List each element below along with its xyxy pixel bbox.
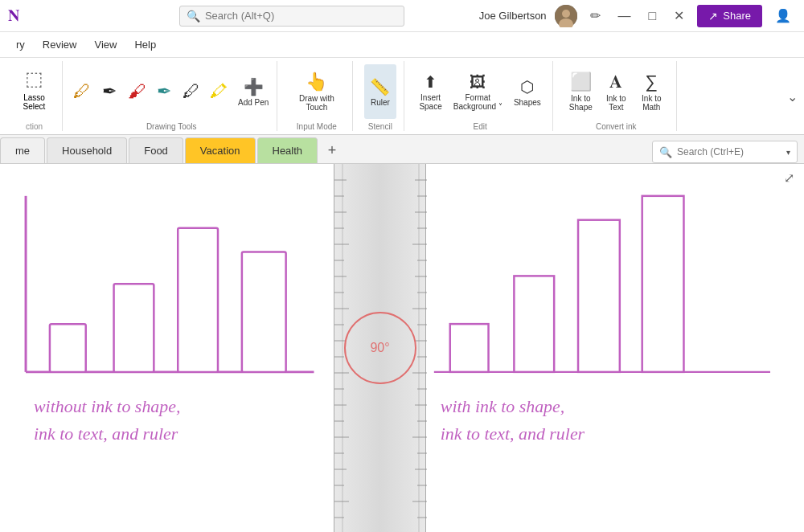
- ribbon-section-stencil: 📏 Ruler Stencil: [356, 61, 404, 131]
- ink-to-shape-label: Ink toShape: [569, 94, 593, 112]
- svg-rect-15: [642, 196, 684, 372]
- tab-vacation[interactable]: Vacation: [185, 137, 256, 163]
- tab-vacation-label: Vacation: [200, 145, 240, 157]
- titlebar-left: 𝐍: [8, 6, 105, 25]
- touch-icon: 👆: [306, 72, 327, 92]
- search-dropdown-icon[interactable]: ▾: [786, 148, 790, 157]
- stencil-tools: 📏 Ruler: [364, 61, 396, 122]
- lasso-icon: ⬚: [25, 68, 43, 90]
- tab-home[interactable]: me: [0, 137, 45, 163]
- svg-rect-13: [514, 276, 554, 371]
- ink-to-text-icon: 𝐀: [609, 72, 622, 92]
- ruler-angle-indicator[interactable]: 90°: [344, 312, 416, 384]
- ink-to-math-label: Ink toMath: [642, 94, 661, 112]
- titlebar-right: Joe Gilbertson ✏ — □ ✕ ↗ Share 👤: [479, 5, 796, 27]
- ruler-icon: 📏: [370, 77, 390, 96]
- add-pen-button[interactable]: ➕ Add Pen: [233, 68, 273, 116]
- convert-ink-label: Convert ink: [596, 122, 637, 131]
- shapes-label: Shapes: [514, 98, 541, 107]
- pen-button-2[interactable]: ✒: [96, 80, 122, 104]
- tab-health[interactable]: Health: [257, 137, 318, 163]
- share-button[interactable]: ↗ Share: [697, 5, 762, 27]
- svg-text:ink to text, and ruler: ink to text, and ruler: [34, 424, 178, 444]
- svg-rect-8: [242, 252, 286, 372]
- search-input[interactable]: [205, 10, 350, 22]
- lasso-select-button[interactable]: ⬚ LassoSelect: [17, 61, 52, 117]
- add-icon: ➕: [244, 77, 264, 96]
- ruler[interactable]: 90°: [334, 164, 426, 532]
- minimize-button[interactable]: —: [613, 6, 636, 27]
- draw-touch-label: Draw withTouch: [299, 94, 334, 112]
- edit-label: Edit: [473, 122, 486, 131]
- menubar: ry Review View Help: [0, 32, 804, 58]
- ink-to-shape-icon: ⬜: [570, 72, 592, 92]
- tab-search[interactable]: 🔍 ▾: [652, 141, 798, 163]
- ink-to-shape-button[interactable]: ⬜ Ink toShape: [564, 68, 597, 116]
- main-content: without ink to shape, ink to text, and r…: [0, 164, 804, 532]
- pen-button-3[interactable]: 🖌: [124, 80, 150, 104]
- search-box[interactable]: 🔍: [179, 6, 404, 27]
- ribbon-section-input: 👆 Draw withTouch Input Mode: [281, 61, 353, 131]
- tab-search-icon: 🔍: [659, 146, 672, 158]
- shapes-button[interactable]: ⬡ Shapes: [509, 64, 546, 119]
- svg-rect-7: [178, 228, 218, 372]
- svg-text:ink to text, and ruler: ink to text, and ruler: [441, 424, 585, 444]
- input-mode-label: Input Mode: [297, 122, 337, 131]
- ribbon-section-convert: ⬜ Ink toShape 𝐀 Ink toText ∑ Ink toMath …: [556, 61, 677, 131]
- add-pen-label: Add Pen: [238, 98, 269, 107]
- ruler-button[interactable]: 📏 Ruler: [364, 64, 396, 119]
- stencil-label: Stencil: [368, 122, 392, 131]
- ink-to-math-button[interactable]: ∑ Ink toMath: [634, 68, 668, 116]
- avatar-image: [555, 5, 577, 27]
- lasso-label: LassoSelect: [23, 93, 46, 111]
- maximize-button[interactable]: □: [644, 6, 662, 27]
- tab-household[interactable]: Household: [47, 137, 127, 163]
- app-icon: 𝐍: [8, 6, 19, 25]
- profile-button[interactable]: 👤: [770, 5, 796, 27]
- share-icon: ↗: [708, 10, 718, 23]
- pen-button-5[interactable]: 🖊: [178, 80, 204, 104]
- svg-text:with ink to shape,: with ink to shape,: [441, 396, 564, 416]
- menu-item-ry[interactable]: ry: [8, 35, 33, 54]
- tab-search-input[interactable]: [677, 146, 781, 158]
- menu-item-review[interactable]: Review: [35, 35, 85, 54]
- insert-space-button[interactable]: ⬆ InsertSpace: [414, 64, 446, 119]
- shapes-icon: ⬡: [520, 77, 534, 96]
- add-tab-button[interactable]: +: [319, 137, 345, 163]
- pen-button-4[interactable]: ✒: [151, 80, 177, 104]
- user-name: Joe Gilbertson: [479, 10, 547, 22]
- svg-rect-14: [578, 220, 620, 372]
- tab-food[interactable]: Food: [129, 137, 183, 163]
- tabs-bar: me Household Food Vacation Health + 🔍 ▾: [0, 135, 804, 164]
- edit-tools: ⬆ InsertSpace 🖼 FormatBackground ˅ ⬡ Sha…: [414, 61, 545, 122]
- ink-to-text-button[interactable]: 𝐀 Ink toText: [599, 68, 633, 116]
- ribbon: ⬚ LassoSelect ction 🖊 ✒ 🖌 ✒ 🖊 🖍 ➕ Add Pe…: [0, 58, 804, 135]
- canvas-area: without ink to shape, ink to text, and r…: [0, 164, 804, 532]
- avatar: [555, 5, 577, 27]
- ink-to-math-icon: ∑: [645, 72, 658, 92]
- menu-item-view[interactable]: View: [86, 35, 125, 54]
- pen-button-1[interactable]: 🖊: [69, 80, 95, 104]
- convert-tools: ⬜ Ink toShape 𝐀 Ink toText ∑ Ink toMath: [564, 61, 668, 122]
- tab-health-label: Health: [273, 145, 303, 157]
- menu-item-help[interactable]: Help: [126, 35, 164, 54]
- draw-with-touch-button[interactable]: 👆 Draw withTouch: [294, 64, 339, 119]
- svg-rect-12: [450, 324, 489, 372]
- pen-button[interactable]: ✏: [585, 5, 605, 27]
- expand-button[interactable]: ⤢: [784, 170, 794, 186]
- insert-space-label: InsertSpace: [419, 93, 441, 111]
- ribbon-expand-button[interactable]: ⌄: [787, 88, 798, 104]
- highlighter-button[interactable]: 🖍: [206, 80, 232, 104]
- tab-food-label: Food: [144, 145, 168, 157]
- input-mode-tools: 👆 Draw withTouch: [294, 61, 339, 122]
- svg-rect-6: [114, 284, 154, 372]
- format-background-button[interactable]: 🖼 FormatBackground ˅: [449, 64, 507, 119]
- drawing-tools-label: Drawing Tools: [146, 122, 197, 131]
- ruler-angle-value: 90°: [370, 341, 389, 355]
- svg-rect-5: [50, 324, 86, 372]
- search-icon: 🔍: [187, 10, 200, 23]
- ruler-label: Ruler: [371, 98, 390, 107]
- svg-text:without ink to shape,: without ink to shape,: [34, 396, 180, 416]
- pen-tools-row: 🖊 ✒ 🖌 ✒ 🖊 🖍 ➕ Add Pen: [69, 61, 273, 122]
- close-button[interactable]: ✕: [669, 5, 689, 27]
